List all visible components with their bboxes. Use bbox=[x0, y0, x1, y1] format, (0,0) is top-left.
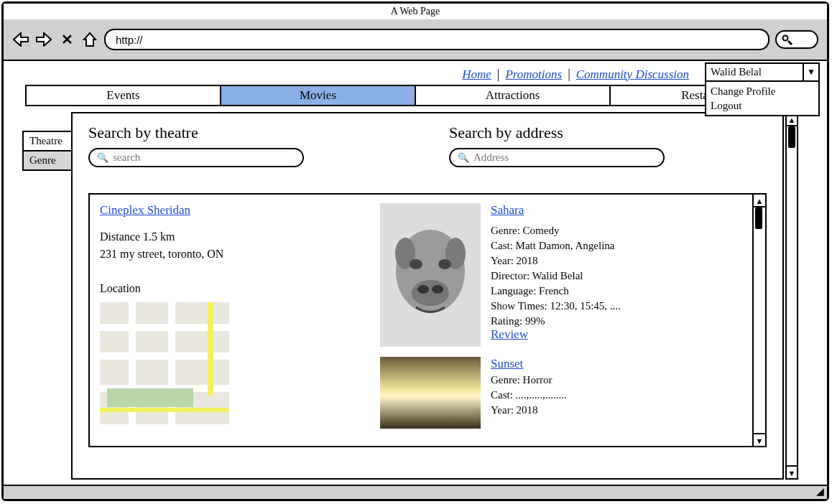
forward-arrow-icon[interactable] bbox=[35, 31, 52, 48]
svg-point-11 bbox=[432, 285, 443, 294]
svg-line-2 bbox=[788, 41, 792, 45]
svg-point-10 bbox=[417, 285, 429, 294]
svg-point-8 bbox=[438, 259, 451, 269]
search-button[interactable] bbox=[775, 30, 818, 49]
scroll-down-icon[interactable]: ▼ bbox=[754, 433, 765, 446]
tab-attractions[interactable]: Attractions bbox=[416, 86, 611, 105]
theatre-info: Cineplex Sheridan Distance 1.5 km 231 my… bbox=[100, 203, 359, 437]
search-address-input[interactable] bbox=[473, 151, 656, 164]
status-bar: ◢ bbox=[4, 485, 827, 499]
resize-grip-icon[interactable]: ◢ bbox=[816, 485, 824, 498]
movie-year: Year: 2018 bbox=[491, 404, 567, 416]
chevron-down-icon[interactable]: ▼ bbox=[803, 64, 818, 80]
movie-year: Year: 2018 bbox=[491, 255, 621, 267]
nav-home[interactable]: Home bbox=[456, 67, 497, 82]
side-tab-genre[interactable]: Genre bbox=[22, 150, 73, 171]
movies-list: Sahara Genre: Comedy Cast: Matt Damon, A… bbox=[380, 203, 741, 437]
search-theatre-heading: Search by theatre bbox=[88, 123, 406, 142]
user-name: Walid Belal bbox=[706, 64, 803, 80]
menu-logout[interactable]: Logout bbox=[711, 98, 814, 113]
movie-item: Sunset Genre: Horror Cast: ....,.....,..… bbox=[380, 357, 741, 429]
home-icon[interactable] bbox=[81, 31, 98, 48]
browser-window: A Web Page ✕ Home | Promotions | Communi… bbox=[1, 1, 829, 501]
scroll-up-icon[interactable]: ▲ bbox=[754, 195, 765, 207]
movie-item: Sahara Genre: Comedy Cast: Matt Damon, A… bbox=[380, 203, 741, 347]
search-theatre-wrap[interactable]: 🔍 bbox=[88, 148, 304, 167]
tab-movies[interactable]: Movies bbox=[221, 86, 416, 105]
scroll-down-icon[interactable]: ▼ bbox=[787, 465, 797, 478]
movie-title-link[interactable]: Sahara bbox=[491, 203, 524, 217]
theatre-address: 231 my street, toronto, ON bbox=[100, 248, 359, 261]
tab-events[interactable]: Events bbox=[27, 86, 221, 105]
movie-cast: Cast: Matt Damon, Angelina bbox=[491, 240, 621, 252]
search-theatre-input[interactable] bbox=[113, 151, 295, 164]
search-address-heading: Search by address bbox=[449, 123, 767, 142]
search-icon: 🔍 bbox=[97, 152, 108, 164]
menu-change-profile[interactable]: Change Profile bbox=[711, 84, 814, 98]
movie-genre: Genre: Horror bbox=[491, 374, 567, 386]
movie-language: Language: French bbox=[491, 285, 621, 297]
theatre-distance: Distance 1.5 km bbox=[100, 230, 359, 243]
user-dropdown[interactable]: Walid Belal ▼ Change Profile Logout bbox=[705, 62, 820, 116]
main-tabs: Events Movies Attractions Restaurant bbox=[25, 85, 805, 106]
nav-community[interactable]: Community Discussion bbox=[570, 67, 695, 82]
movie-genre: Genre: Comedy bbox=[491, 225, 621, 237]
search-icon: 🔍 bbox=[458, 152, 469, 164]
back-arrow-icon[interactable] bbox=[12, 31, 29, 48]
top-nav: Home | Promotions | Community Discussion… bbox=[4, 61, 827, 85]
scroll-thumb[interactable] bbox=[788, 126, 795, 148]
scroll-thumb[interactable] bbox=[755, 207, 762, 229]
movie-rating: Rating: 99% bbox=[491, 315, 621, 327]
browser-toolbar: ✕ bbox=[4, 19, 827, 61]
search-address-wrap[interactable]: 🔍 bbox=[449, 148, 665, 167]
results-panel: Cineplex Sheridan Distance 1.5 km 231 my… bbox=[88, 193, 767, 447]
movie-image bbox=[380, 357, 481, 429]
svg-point-7 bbox=[410, 259, 422, 269]
movie-image bbox=[380, 203, 481, 347]
movie-title-link[interactable]: Sunset bbox=[491, 357, 523, 370]
map-thumbnail[interactable] bbox=[100, 302, 229, 424]
movie-cast: Cast: ....,.....,........ bbox=[491, 389, 567, 401]
location-label: Location bbox=[100, 282, 359, 295]
outer-scrollbar[interactable]: ▲ ▼ bbox=[785, 112, 798, 480]
close-icon[interactable]: ✕ bbox=[58, 31, 75, 48]
svg-point-1 bbox=[784, 37, 787, 40]
content-area: Theatre Genre Search by theatre 🔍 Search… bbox=[4, 106, 827, 487]
main-panel: Search by theatre 🔍 Search by address 🔍 bbox=[71, 112, 784, 480]
side-tab-theatre[interactable]: Theatre bbox=[22, 131, 73, 151]
side-tabs: Theatre Genre bbox=[22, 131, 73, 169]
inner-scrollbar[interactable]: ▲ ▼ bbox=[752, 195, 765, 446]
url-input[interactable] bbox=[104, 29, 769, 50]
svg-point-9 bbox=[412, 280, 449, 306]
nav-promotions[interactable]: Promotions bbox=[499, 67, 568, 82]
movie-review-link[interactable]: Review bbox=[491, 327, 528, 341]
window-title: A Web Page bbox=[4, 4, 827, 19]
theatre-name-link[interactable]: Cineplex Sheridan bbox=[100, 203, 190, 217]
movie-director: Director: Walid Belal bbox=[491, 270, 621, 282]
movie-showtimes: Show Times: 12:30, 15:45, .... bbox=[491, 300, 621, 312]
